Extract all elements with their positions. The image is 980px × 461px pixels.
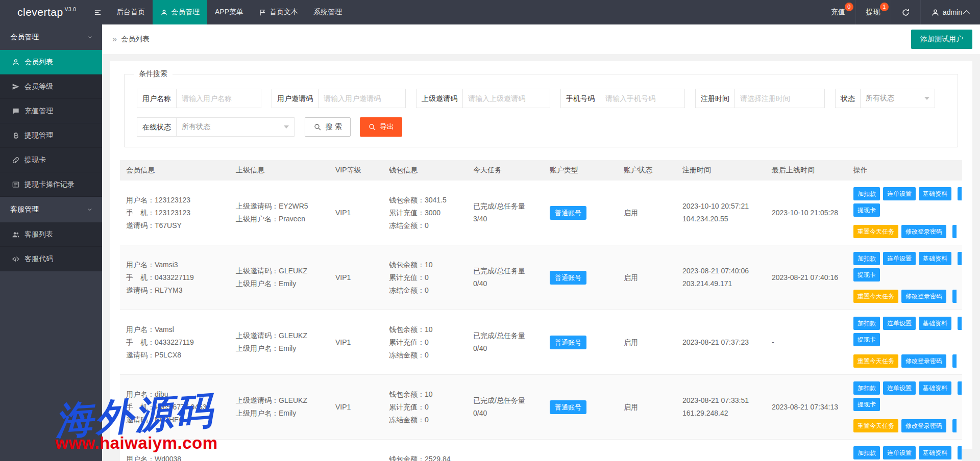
vip-level-cell: VIP1 (329, 181, 383, 245)
serial-order-settings-button[interactable]: 连单设置 (883, 381, 916, 395)
basic-info-button[interactable]: 基础资料 (919, 317, 951, 330)
sidebar-item-member-list[interactable]: 会员列表 (0, 50, 102, 74)
withdraw-card-button[interactable]: 提现卡 (853, 268, 880, 281)
collapse-sidebar-button[interactable] (87, 0, 109, 24)
member-info-cell: 用户名：Vamsl手 机：0433227119邀请码：P5LCX8 (120, 310, 230, 374)
top-menu-system-management[interactable]: 系统管理 (306, 0, 350, 24)
sidebar-item-recharge-management[interactable]: 充值管理 (0, 99, 102, 123)
withdraw-card-button[interactable]: 提现卡 (853, 203, 880, 217)
top-menu-label: 会员管理 (171, 8, 200, 17)
logo-version: V3.0 (65, 7, 77, 12)
filter-select-status[interactable]: 所有状态 (861, 89, 935, 108)
filter-input-register-time[interactable] (735, 89, 824, 108)
basic-info-button[interactable]: 基础资料 (919, 187, 951, 200)
sidebar-item-member-level[interactable]: 会员等级 (0, 74, 102, 99)
top-menu-app-menu[interactable]: APP菜单 (207, 0, 251, 24)
sidebar-item-label: 客服代码 (24, 254, 53, 264)
add-deduction-button[interactable]: 加扣款 (853, 317, 880, 330)
sidebar-group-items: 客服列表客服代码 (0, 222, 102, 271)
reset-today-task-button[interactable]: 重置今天任务 (853, 354, 898, 368)
withdraw-card-button[interactable]: 提现卡 (853, 398, 880, 411)
refresh-button[interactable] (891, 0, 920, 24)
withdraw-menu[interactable]: 提现 1 (855, 0, 891, 24)
filter-label: 注册时间 (696, 89, 735, 108)
top-menu-home-text[interactable]: 首页文本 (251, 0, 306, 24)
wallet-info-cell: 钱包余额：10累计充值：0冻结金额：0 (383, 245, 467, 310)
account-type-badge: 普通账号 (550, 336, 586, 349)
add-deduction-button[interactable]: 加扣款 (853, 187, 880, 200)
table-row: 用户名：123123123手 机：123123123邀请码：T67USY上级邀请… (120, 181, 962, 245)
serial-order-settings-button[interactable]: 连单设置 (883, 252, 916, 265)
filter-register-time: 注册时间 (695, 89, 825, 108)
filter-input-phone-number[interactable] (600, 89, 684, 108)
user-icon (931, 8, 940, 17)
withdraw-card-button[interactable]: 提现卡 (853, 333, 880, 346)
top-menu-label: APP菜单 (215, 8, 243, 17)
export-button[interactable]: 导出 (360, 117, 402, 137)
filter-select-online-status[interactable]: 所有状态 (177, 118, 294, 136)
today-task-cell: 已完成/总任务量0/40 (467, 245, 544, 310)
sidebar-item-withdraw-management[interactable]: 提现管理 (0, 123, 102, 148)
cutoff-button[interactable] (952, 354, 957, 368)
change-login-password-button[interactable]: 修改登录密码 (901, 290, 946, 303)
cutoff-button[interactable] (958, 187, 962, 200)
cutoff-button[interactable] (958, 381, 962, 395)
top-menu-member-management[interactable]: 会员管理 (153, 0, 207, 24)
filter-input-user-invite-code[interactable] (318, 89, 405, 108)
cutoff-button[interactable] (958, 252, 962, 265)
cutoff-button[interactable] (952, 419, 957, 432)
cutoff-button[interactable] (958, 446, 962, 459)
chat-icon (12, 107, 20, 115)
admin-menu[interactable]: admin (920, 0, 980, 24)
content-card: 条件搜索 用户名称用户邀请码上级邀请码手机号码注册时间状态所有状态 在线状态 所… (110, 61, 972, 449)
reset-today-task-button[interactable]: 重置今天任务 (853, 225, 898, 238)
sidebar-item-service-code[interactable]: 客服代码 (0, 247, 102, 271)
cutoff-button[interactable] (952, 225, 957, 238)
basic-info-button[interactable]: 基础资料 (919, 381, 951, 395)
add-deduction-button[interactable]: 加扣款 (853, 446, 880, 459)
serial-order-settings-button[interactable]: 连单设置 (883, 446, 916, 459)
add-test-user-button[interactable]: 添加测试用户 (911, 30, 972, 49)
serial-order-settings-button[interactable]: 连单设置 (883, 317, 916, 330)
actions-cell: 加扣款连单设置基础资料提现卡重置今天任务修改登录密码 (847, 440, 964, 461)
basic-info-button[interactable]: 基础资料 (919, 446, 951, 459)
register-time-cell: 2023-08-21 06:17:40104.234.20.55 (676, 440, 766, 461)
serial-order-settings-button[interactable]: 连单设置 (883, 187, 916, 200)
top-menu-dashboard[interactable]: 后台首页 (109, 0, 153, 24)
sidebar-group-member-management[interactable]: 会员管理 (0, 24, 102, 50)
search-button[interactable]: 搜 索 (305, 117, 351, 137)
change-login-password-button[interactable]: 修改登录密码 (901, 225, 946, 238)
sidebar-group-service-management[interactable]: 客服管理 (0, 197, 102, 222)
add-deduction-button[interactable]: 加扣款 (853, 252, 880, 265)
recharge-menu[interactable]: 充值 0 (821, 0, 855, 24)
basic-info-button[interactable]: 基础资料 (919, 252, 951, 265)
last-online-cell: 2023-08-21 07:34:13 (766, 375, 847, 439)
add-deduction-button[interactable]: 加扣款 (853, 381, 880, 395)
filter-parent-invite-code: 上级邀请码 (416, 89, 550, 108)
account-status-cell: 启用 (618, 310, 676, 374)
app-logo: clevertap V3.0 (0, 0, 87, 24)
parent-info-cell: 上级邀请码：GLEUKZ上级用户名：Emily (230, 245, 329, 310)
change-login-password-button[interactable]: 修改登录密码 (901, 354, 946, 368)
chevron-down-icon (924, 97, 929, 100)
reset-today-task-button[interactable]: 重置今天任务 (853, 419, 898, 432)
reset-today-task-button[interactable]: 重置今天任务 (853, 290, 898, 303)
filter-row-1: 用户名称用户邀请码上级邀请码手机号码注册时间状态所有状态 (137, 89, 952, 108)
sidebar-item-withdraw-card[interactable]: 提现卡 (0, 148, 102, 172)
member-info-cell: 用户名：dibu手 机：+965 6777 9453邀请码：NC2HEG (120, 375, 230, 439)
account-type-cell: 测试账号 (544, 440, 618, 461)
cutoff-button[interactable] (952, 290, 957, 303)
filter-input-parent-invite-code[interactable] (463, 89, 550, 108)
wallet-info-cell: 钱包余额：3041.5累计充值：3000冻结金额：0 (383, 181, 467, 245)
sidebar-item-service-list[interactable]: 客服列表 (0, 222, 102, 247)
change-login-password-button[interactable]: 修改登录密码 (901, 419, 946, 432)
hamburger-icon (94, 9, 102, 16)
cutoff-button[interactable] (958, 317, 962, 330)
sidebar-item-withdraw-card-log[interactable]: 提现卡操作记录 (0, 172, 102, 197)
logo-text: clevertap (17, 6, 63, 18)
withdraw-label: 提现 (866, 8, 880, 17)
sidebar-group-items: 会员列表会员等级充值管理提现管理提现卡提现卡操作记录 (0, 50, 102, 197)
column-header: 注册时间 (676, 160, 766, 181)
vip-level-cell: VIP1 (329, 310, 383, 374)
filter-input-username[interactable] (177, 89, 261, 108)
